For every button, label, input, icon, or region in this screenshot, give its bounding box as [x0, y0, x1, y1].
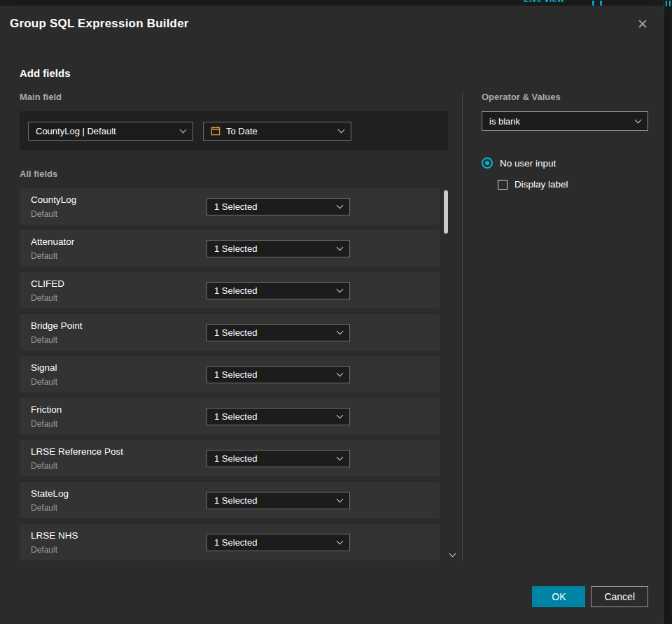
chevron-down-icon — [338, 126, 345, 133]
add-fields-section-title: Add fields — [20, 67, 71, 79]
field-info: Signal Default — [31, 362, 206, 387]
field-selected-dropdown[interactable]: 1 Selected — [206, 366, 350, 383]
chevron-down-icon — [337, 495, 344, 502]
field-selected-dropdown[interactable]: 1 Selected — [206, 324, 350, 341]
field-selected-dropdown[interactable]: 1 Selected — [206, 450, 350, 467]
field-info: LRSE Reference Post Default — [31, 446, 206, 471]
field-name: Attenuator — [31, 236, 206, 248]
field-info: Attenuator Default — [31, 236, 206, 261]
calendar-icon — [211, 126, 220, 136]
all-fields-list: CountyLog Default 1 Selected Attenuator … — [20, 188, 448, 560]
field-row: StateLog Default 1 Selected — [20, 482, 440, 518]
field-selected-dropdown[interactable]: 1 Selected — [206, 198, 350, 215]
field-row: LRSE NHS Default 1 Selected — [20, 524, 440, 560]
field-name: CountyLog — [31, 194, 206, 206]
cancel-button[interactable]: Cancel — [591, 586, 648, 607]
display-label-text: Display label — [514, 179, 568, 190]
main-field-select-value: CountyLog | Default — [36, 126, 174, 136]
date-type-select-value: To Date — [226, 126, 332, 136]
chevron-down-icon — [337, 285, 344, 292]
field-name: Friction — [31, 404, 206, 416]
chevron-down-icon — [337, 243, 344, 250]
field-selected-dropdown-value: 1 Selected — [214, 369, 330, 380]
checkbox-unchecked-icon — [498, 180, 507, 190]
chevron-down-icon — [337, 201, 344, 208]
main-field-group: CountyLog | Default To Date — [20, 111, 448, 150]
field-selected-dropdown[interactable]: 1 Selected — [206, 492, 350, 509]
field-selected-dropdown[interactable]: 1 Selected — [206, 282, 350, 299]
field-info: Friction Default — [31, 404, 206, 429]
dialog-footer: OK Cancel — [532, 586, 648, 607]
operator-column: Operator & Values is blank No user input… — [482, 92, 648, 190]
field-name: StateLog — [31, 488, 206, 499]
field-info: LRSE NHS Default — [31, 530, 206, 555]
no-user-input-radio[interactable]: No user input — [482, 157, 648, 169]
field-subtitle: Default — [31, 209, 206, 219]
fields-column: Main field CountyLog | Default To Date — [20, 92, 448, 566]
field-info: StateLog Default — [31, 488, 206, 513]
field-selected-dropdown-value: 1 Selected — [214, 243, 330, 254]
field-selected-dropdown-value: 1 Selected — [214, 327, 330, 338]
field-row: Friction Default 1 Selected — [20, 398, 440, 434]
field-subtitle: Default — [31, 545, 206, 555]
dialog-header: Group SQL Expression Builder ✕ — [0, 6, 664, 42]
chevron-down-icon — [180, 126, 187, 133]
main-field-label: Main field — [20, 92, 448, 103]
chevron-down-icon — [337, 411, 344, 418]
app-background-right-strip — [664, 0, 672, 624]
field-selected-dropdown[interactable]: 1 Selected — [206, 534, 350, 551]
ok-button[interactable]: OK — [532, 586, 585, 607]
field-selected-dropdown[interactable]: 1 Selected — [206, 408, 350, 425]
field-name: CLIFED — [31, 278, 206, 290]
field-subtitle: Default — [31, 461, 206, 471]
chevron-down-icon — [337, 369, 344, 376]
field-row: CountyLog Default 1 Selected — [20, 188, 440, 225]
field-row: CLIFED Default 1 Selected — [20, 272, 440, 309]
field-selected-dropdown-value: 1 Selected — [214, 537, 330, 548]
scroll-down-icon[interactable] — [449, 551, 456, 558]
radio-selected-icon — [482, 157, 493, 169]
vertical-divider — [462, 92, 463, 560]
operator-values-label: Operator & Values — [482, 92, 648, 103]
field-name: LRSE Reference Post — [31, 446, 206, 458]
field-subtitle: Default — [31, 251, 206, 261]
field-info: Bridge Point Default — [31, 320, 206, 345]
field-subtitle: Default — [31, 503, 206, 513]
field-name: Signal — [31, 362, 206, 374]
scrollbar-thumb[interactable] — [444, 190, 448, 234]
chevron-down-icon — [337, 453, 344, 460]
date-type-select[interactable]: To Date — [203, 122, 351, 141]
field-subtitle: Default — [31, 293, 206, 303]
field-row: Attenuator Default 1 Selected — [20, 230, 440, 267]
display-label-checkbox[interactable]: Display label — [498, 179, 648, 190]
no-user-input-label: No user input — [500, 158, 556, 169]
field-name: Bridge Point — [31, 320, 206, 332]
field-info: CLIFED Default — [31, 278, 206, 303]
app-background-top: Live view — [0, 0, 664, 6]
dialog-title: Group SQL Expression Builder — [10, 17, 189, 31]
close-icon[interactable]: ✕ — [634, 16, 651, 32]
all-fields-label: All fields — [20, 169, 448, 180]
live-view-label: Live view — [524, 0, 564, 4]
main-field-select[interactable]: CountyLog | Default — [28, 122, 193, 141]
field-selected-dropdown-value: 1 Selected — [214, 411, 330, 422]
group-sql-expression-builder-dialog: Group SQL Expression Builder ✕ Add field… — [0, 6, 664, 624]
chevron-down-icon — [337, 537, 344, 544]
operator-select[interactable]: is blank — [482, 111, 648, 131]
chevron-down-icon — [635, 116, 642, 123]
field-selected-dropdown-value: 1 Selected — [214, 453, 330, 464]
field-name: LRSE NHS — [31, 530, 206, 541]
field-subtitle: Default — [31, 419, 206, 429]
field-selected-dropdown-value: 1 Selected — [214, 285, 330, 296]
operator-select-value: is blank — [489, 116, 629, 127]
field-info: CountyLog Default — [31, 194, 206, 219]
field-selected-dropdown[interactable]: 1 Selected — [206, 240, 350, 257]
toolbar-icon-fragment — [666, 1, 671, 6]
field-subtitle: Default — [31, 335, 206, 345]
field-row: Signal Default 1 Selected — [20, 356, 440, 392]
field-row: Bridge Point Default 1 Selected — [20, 314, 440, 350]
field-row: LRSE Reference Post Default 1 Selected — [20, 440, 440, 476]
chevron-down-icon — [337, 327, 344, 334]
pause-icon — [592, 1, 602, 6]
scrollbar[interactable] — [444, 186, 448, 550]
